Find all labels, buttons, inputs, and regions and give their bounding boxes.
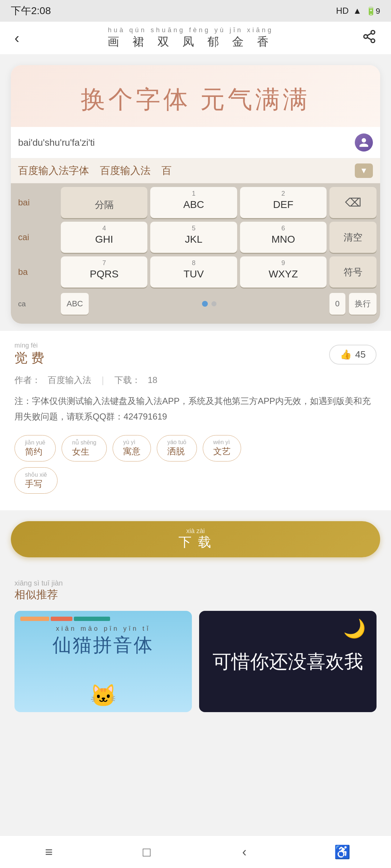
nav-title: huà qún shuāng fèng yù jīn xiāng 画 裙 双 凤… — [19, 26, 362, 50]
back-icon: ‹ — [242, 844, 247, 860]
key-suggest-bai[interactable]: bai — [14, 187, 58, 218]
tag-yao-tuo[interactable]: yáo tuō 洒脱 — [157, 435, 197, 461]
nav-home-button[interactable]: □ — [132, 841, 161, 863]
key-tuv[interactable]: 8 TUV — [150, 256, 237, 288]
dot-1 — [202, 301, 208, 307]
thumb-up-icon: 👍 — [340, 349, 352, 360]
download-btn-content: xià zài 下 载 — [178, 527, 213, 551]
key-suggest-ca[interactable]: ca — [14, 288, 58, 319]
nav-back-button[interactable]: ‹ — [230, 841, 259, 863]
tag-yu-yi[interactable]: yù yì 寓意 — [113, 435, 151, 461]
key-jkl[interactable]: 5 JKL — [150, 222, 237, 253]
key-num-6: 6 — [281, 225, 285, 232]
tag-wen-yi[interactable]: wén yì 文艺 — [203, 435, 241, 461]
keyboard-row-2: cai 4 GHI 5 JKL 6 MNO 清空 — [14, 222, 377, 253]
download-count: 18 — [148, 375, 157, 385]
key-right-col-3: 符号 — [329, 256, 377, 288]
recommend-grid: xiān māo pīn yīn tǐ 仙猫拼音体 🐱 🌙 可惜你还没喜欢我 — [14, 611, 377, 712]
key-pqrs[interactable]: 7 PQRS — [61, 256, 147, 288]
key-delete-button[interactable]: ⌫ — [329, 187, 377, 218]
candidate-expand-button[interactable]: ▼ — [355, 163, 373, 178]
share-button[interactable] — [362, 29, 377, 47]
keyboard-main-grid: 分隔 1 ABC 2 DEF — [61, 187, 327, 218]
card-1-font-display: xiān māo pīn yīn tǐ 仙猫拼音体 — [20, 625, 186, 658]
key-right-col-2: 清空 — [329, 222, 377, 253]
key-suggest-cai[interactable]: cai — [14, 222, 58, 253]
key-abc-switch[interactable]: ABC — [61, 293, 89, 315]
tag-pinyin-3: yù yì — [123, 439, 140, 446]
home-icon: □ — [143, 844, 151, 860]
download-button[interactable]: xià zài 下 载 — [11, 521, 380, 557]
key-num-8: 8 — [192, 259, 196, 267]
candidate-3[interactable]: 百 — [161, 164, 172, 178]
key-num-switch[interactable]: 0 — [329, 293, 345, 315]
font-meta: 作者： 百度输入法 ｜ 下载： 18 — [14, 374, 377, 386]
like-button[interactable]: 👍 45 — [329, 345, 377, 365]
key-fenege-label: 分隔 — [95, 199, 114, 211]
bottom-spacer — [0, 723, 391, 759]
input-bar[interactable]: bai'du'shu'ru'fa'zi'ti — [11, 127, 380, 158]
keyboard-row-1: bai 分隔 1 ABC 2 DEF ⌫ — [14, 187, 377, 218]
stripe-3 — [74, 617, 110, 621]
card2-text: 可惜你还没喜欢我 — [213, 648, 363, 675]
nav-title-pinyin: huà qún shuāng fèng yù jīn xiāng — [19, 26, 362, 34]
tag-row: jiǎn yuē 简约 nǚ shēng 女生 yù yì 寓意 yáo tuō… — [14, 435, 377, 461]
wifi-icon: ▲ — [353, 6, 362, 16]
tag-label-6: 手写 — [25, 479, 42, 489]
font-name-display: míng fèi 觉 费 — [14, 342, 44, 367]
tag-label-2: 女生 — [72, 447, 89, 456]
key-symbol-button[interactable]: 符号 — [329, 256, 377, 288]
key-num-1: 1 — [192, 190, 196, 197]
font-name-cn: 觉 费 — [14, 349, 44, 367]
recommend-section: xiāng sì tuī jiàn 相似推荐 xiān māo pīn yīn … — [0, 568, 391, 723]
key-ghi[interactable]: 4 GHI — [61, 222, 147, 253]
tag-pinyin-6: shǒu xiě — [25, 471, 47, 478]
key-pqrs-label: PQRS — [90, 268, 118, 280]
candidate-2[interactable]: 百度输入法 — [100, 164, 151, 178]
key-mno-label: MNO — [272, 234, 295, 245]
recommend-pinyin: xiāng sì tuī jiàn — [14, 579, 377, 587]
keyboard-main-grid-2: 4 GHI 5 JKL 6 MNO — [61, 222, 327, 253]
key-enter[interactable]: 换行 — [349, 293, 377, 315]
candidate-1[interactable]: 百度输入法字体 — [18, 164, 89, 178]
key-wxyz[interactable]: 9 WXYZ — [240, 256, 327, 288]
tag-pinyin-5: wén yì — [213, 439, 231, 446]
key-def[interactable]: 2 DEF — [240, 187, 327, 218]
tag-nu-sheng[interactable]: nǚ shēng 女生 — [62, 435, 107, 461]
key-tuv-label: TUV — [184, 268, 204, 280]
card-stripe — [20, 617, 186, 621]
keyboard-area: bai 分隔 1 ABC 2 DEF ⌫ c — [11, 183, 380, 324]
font-title-row: míng fèi 觉 费 👍 45 — [14, 342, 377, 367]
recommend-card-2[interactable]: 🌙 可惜你还没喜欢我 — [199, 611, 377, 712]
signal-icon: HD — [336, 6, 349, 16]
candidate-bar: 百度输入法字体 百度输入法 百 ▼ — [11, 158, 380, 183]
tag-shou-xie[interactable]: shǒu xiě 手写 — [14, 467, 58, 494]
keyboard-bottom-row: ABC 0 换行 — [61, 293, 377, 315]
font-banner-text: 换个字体 元气满满 — [25, 83, 366, 116]
main-card: 换个字体 元气满满 bai'du'shu'ru'fa'zi'ti 百度输入法字体… — [11, 65, 380, 324]
key-def-label: DEF — [273, 199, 293, 210]
recommend-label: 相似推荐 — [14, 588, 58, 600]
back-button[interactable]: ‹ — [14, 30, 19, 46]
tag-pinyin-4: yáo tuō — [167, 439, 186, 446]
key-suggest-ba[interactable]: ba — [14, 256, 58, 288]
key-clear-button[interactable]: 清空 — [329, 222, 377, 253]
status-time: 下午2:08 — [11, 4, 51, 18]
tag-jian-yue[interactable]: jiǎn yuē 简约 — [14, 435, 56, 461]
nav-accessibility-button[interactable]: ♿ — [328, 841, 357, 863]
keyboard-indicator — [92, 301, 326, 307]
font-author: 百度输入法 — [48, 374, 91, 386]
input-avatar — [355, 133, 373, 152]
meta-divider: ｜ — [98, 374, 107, 386]
key-mno[interactable]: 6 MNO — [240, 222, 327, 253]
svg-line-4 — [367, 33, 371, 35]
key-abc[interactable]: 1 ABC — [150, 187, 237, 218]
font-author-label: 作者： — [14, 374, 41, 386]
svg-line-3 — [367, 37, 371, 40]
key-fenege[interactable]: 分隔 — [61, 187, 147, 218]
font-info-section: míng fèi 觉 费 👍 45 作者： 百度输入法 ｜ 下载： 18 注：字… — [0, 331, 391, 510]
input-display-text: bai'du'shu'ru'fa'zi'ti — [18, 137, 355, 148]
nav-menu-button[interactable]: ≡ — [34, 841, 63, 863]
status-bar: 下午2:08 HD ▲ 🔋9 — [0, 0, 391, 22]
recommend-card-1[interactable]: xiān māo pīn yīn tǐ 仙猫拼音体 🐱 — [14, 611, 192, 712]
